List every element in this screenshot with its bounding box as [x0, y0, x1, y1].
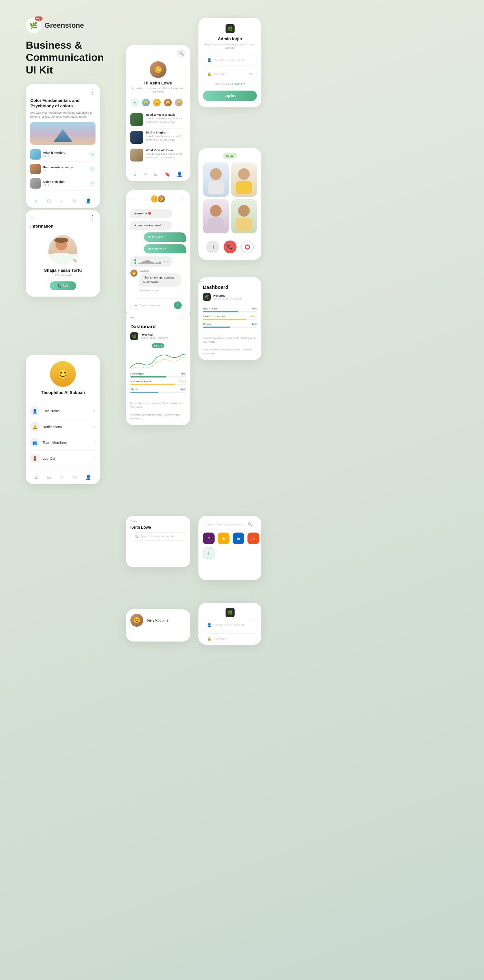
svg-point-10 — [238, 205, 250, 216]
bookmark-nav-icon[interactable]: 🔖 — [165, 172, 170, 177]
home-nav-icon[interactable]: ⌂ — [35, 198, 37, 204]
video-cell-3 — [203, 199, 229, 233]
mini-logo-icon: 🌿 — [225, 24, 235, 33]
slack-app-icon[interactable]: # — [203, 533, 214, 544]
chart-nav-icon[interactable]: ≡ — [60, 474, 63, 480]
leaf-icon: 🌿 — [30, 22, 38, 29]
audio-message[interactable]: ▶ ▁▃▅▇▅▃▁▂▄ 0:48s — [130, 256, 172, 267]
back-button[interactable]: ← — [30, 215, 35, 221]
chart-area: $14.70 — [130, 343, 186, 369]
person-nav-icon[interactable]: 👤 — [86, 198, 91, 204]
article-image — [30, 122, 96, 145]
edit-profile-menu-item[interactable]: 👤 Edit Profile › — [30, 403, 96, 419]
back-button[interactable]: ← — [130, 196, 136, 202]
revenue-info: Revenue Oct 14, 2022 - Oct 2023 — [141, 333, 168, 339]
named-message: Navtalia This is new app screens, Greens… — [139, 269, 181, 286]
more-menu-button[interactable]: ⋮ — [180, 314, 186, 321]
user-icon: 👤 — [207, 623, 212, 627]
info-card-header: ← ⋮ — [26, 210, 100, 224]
post-item[interactable]: Bird is Singing It could have been a cas… — [130, 129, 186, 146]
figma-app-icon[interactable]: ⬡ — [248, 533, 259, 544]
team-members-menu-item[interactable]: 👥 Team Members › — [30, 435, 96, 451]
call-button[interactable]: 📞 Call — [50, 282, 76, 290]
home-nav-icon[interactable]: ⌂ — [35, 474, 37, 480]
list-item[interactable]: Fundamentals design 23 rd › — [30, 162, 96, 177]
mail-nav-icon[interactable]: ✉ — [72, 198, 76, 204]
more-menu-button[interactable]: ⋮ — [90, 214, 96, 221]
passcode-field-2[interactable]: 🔒 Passcode — [203, 633, 257, 644]
more-menu-button[interactable]: ⋮ — [180, 196, 186, 202]
trouble-text: Having trouble in sign in? — [198, 83, 261, 91]
svg-point-8 — [210, 205, 222, 216]
person-nav-icon[interactable]: 👤 — [86, 474, 91, 480]
dashboard-card-2: ← ⋮ Dashboard 🌿 Revenue Oct 14, 2022 - O… — [198, 277, 261, 360]
search-button[interactable]: 🔍 — [177, 49, 186, 58]
home-nav-icon[interactable]: ⌂ — [134, 172, 136, 177]
lock-icon: 🔒 — [207, 637, 212, 641]
grid-nav-icon[interactable]: ⊞ — [47, 474, 51, 480]
passcode-field[interactable]: 🔒 Passcode 👁 — [203, 68, 257, 79]
chat-avatars: 😊 😊 — [150, 195, 166, 203]
friend-avatar[interactable]: 😊 — [163, 98, 172, 107]
friend-avatar[interactable]: 😊 — [174, 98, 183, 107]
revenue-title-2: Revenue — [213, 294, 241, 297]
edit-badge[interactable]: ✏️ — [72, 257, 79, 264]
dashboard-metrics-2: New Project +9% $ 63976.27 Earned +24% C… — [198, 304, 261, 334]
post-item[interactable]: What Kind of House It could have been a … — [130, 146, 186, 164]
metric-name: Clients — [130, 388, 138, 391]
dashboard-description-2: It could have been a case of life imitat… — [198, 334, 261, 360]
sketch-app-icon[interactable]: ◈ — [218, 533, 229, 544]
email-field[interactable]: 👤 Enter Email / Phone No — [203, 55, 257, 65]
notifications-menu-item[interactable]: 🔔 Notifications › — [30, 419, 96, 435]
end-call-button[interactable]: 📞 — [224, 240, 236, 253]
chat-search-input[interactable]: 🔍 Search the team or friends — [130, 532, 186, 541]
back-button[interactable]: ← — [30, 89, 35, 95]
add-icon[interactable]: + — [134, 303, 137, 308]
list-item[interactable]: Color of design 11 rd › — [30, 177, 96, 191]
post-item[interactable]: Need to Wear a Mask It could have been a… — [130, 111, 186, 129]
metric-row: Clients +14% — [203, 323, 257, 328]
friend-avatar[interactable]: 😊 — [152, 98, 161, 107]
user-description: It could have been a case of life imitat… — [130, 86, 186, 94]
send-button[interactable]: › — [174, 301, 182, 309]
list-text: Color of design 11 rd — [43, 180, 86, 186]
revenue-chart — [130, 350, 186, 372]
play-button[interactable]: ▶ — [134, 259, 136, 264]
email-field-2[interactable]: 👤 Enter Email / Phone No — [203, 620, 257, 630]
more-menu-button[interactable]: ⋮ — [205, 278, 211, 284]
login-button[interactable]: Log In › — [203, 91, 257, 101]
linkedin-app-icon[interactable]: in — [233, 533, 244, 544]
person-nav-icon[interactable]: 👤 — [177, 172, 182, 177]
reading-card: ← ⋮ Color Fundamentals and Psychology of… — [26, 84, 100, 208]
sketch-icon: ◈ — [222, 536, 225, 541]
sign-in-link[interactable]: sign in? — [235, 83, 245, 86]
back-button[interactable]: ← — [130, 315, 136, 320]
mute-button[interactable]: ⏸ — [206, 240, 219, 253]
file-search-input[interactable]: Search file, team or friends 🔍 — [203, 520, 257, 529]
friend-avatar[interactable]: 😊 — [141, 98, 150, 107]
post-info: What Kind of House It could have been a … — [146, 149, 186, 159]
more-menu-button[interactable]: ⋮ — [90, 88, 96, 95]
profile-avatar-2: 😊 — [50, 361, 76, 387]
eye-icon[interactable]: 👁 — [249, 72, 252, 76]
mail-nav-icon[interactable]: ✉ — [72, 474, 76, 480]
message-nav-icon[interactable]: ✉ — [143, 172, 147, 177]
back-button[interactable]: ← — [198, 278, 204, 284]
add-friend-button[interactable]: + — [130, 98, 139, 107]
search-icon[interactable]: 🔍 — [248, 522, 252, 527]
list-item[interactable]: What it Interior? 33 rd › — [30, 147, 96, 162]
login-subtitle: Hey, Enter your details to get sign in t… — [198, 43, 261, 55]
audio-waveform: ▁▃▅▇▅▃▁▂▄ — [138, 259, 161, 264]
metric-row: $ 63976.27 Earned +24% — [130, 380, 186, 385]
metric-bar — [203, 326, 257, 328]
more-options-button[interactable]: ⭕ — [241, 240, 254, 253]
bookmark-nav-icon[interactable]: ⊞ — [47, 198, 51, 204]
dashboard-title-2: Dashboard — [198, 284, 261, 293]
logout-menu-item[interactable]: 🚪 Log Out › — [30, 451, 96, 466]
list-text: What it Interior? 33 rd — [43, 151, 86, 158]
chart-nav-icon[interactable]: ≡ — [60, 198, 63, 204]
file-search-placeholder: Search file, team or friends — [207, 523, 246, 526]
grid-nav-icon[interactable]: ⊞ — [154, 172, 158, 177]
chat-contact-name: Keith Lowe — [126, 525, 190, 532]
add-app-button[interactable]: + — [203, 547, 214, 559]
